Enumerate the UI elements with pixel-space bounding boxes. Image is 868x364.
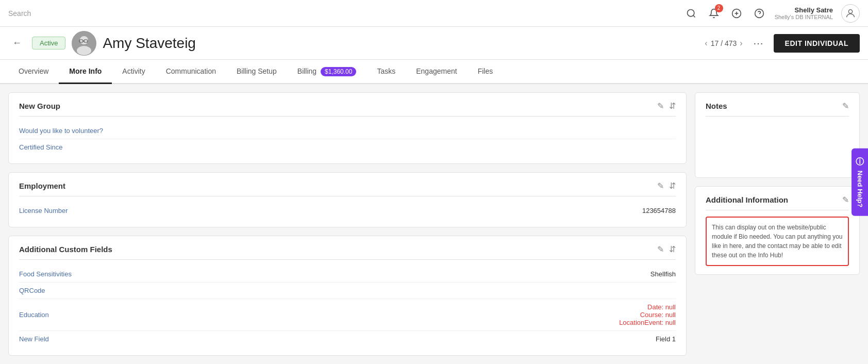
additional-custom-card: Additional Custom Fields ✎ ⇵ Food Sensit… <box>8 236 687 356</box>
employment-sort-icon[interactable]: ⇵ <box>669 181 676 191</box>
person-header: ← Active Amy Staveteig ‹ 17 / 473 › ⋯ ED… <box>0 27 868 60</box>
additional-custom-header: Additional Custom Fields ✎ ⇵ <box>19 244 676 260</box>
notes-header: Notes ✎ <box>706 101 849 117</box>
education-row: Education Date: null Course: null Locati… <box>19 299 676 331</box>
record-count: 17 / 473 <box>711 39 737 47</box>
notes-card: Notes ✎ <box>695 92 860 178</box>
help-circle-icon: ⓘ <box>856 157 864 168</box>
new-group-row-certified: Certified Since <box>19 139 676 155</box>
new-group-title: New Group <box>19 102 60 110</box>
search-bar[interactable]: Search <box>8 9 678 18</box>
user-info: Shelly Satre Shelly's DB INTERNAL <box>775 6 833 20</box>
record-navigation: ‹ 17 / 473 › <box>705 39 742 48</box>
more-options-button[interactable]: ⋯ <box>749 35 767 52</box>
person-avatar <box>72 31 96 56</box>
employment-license-row: License Number 123654788 <box>19 203 676 219</box>
right-column: Notes ✎ Additional Information ✎ This ca… <box>695 92 860 354</box>
tab-tasks[interactable]: Tasks <box>366 60 406 84</box>
svg-point-7 <box>848 9 852 13</box>
tab-more-info[interactable]: More Info <box>59 60 112 84</box>
additional-info-actions: ✎ <box>842 195 849 205</box>
notifications-icon[interactable]: 2 <box>707 6 721 21</box>
help-icon[interactable] <box>752 6 766 21</box>
notification-badge: 2 <box>715 4 723 12</box>
tab-files[interactable]: Files <box>468 60 504 84</box>
person-name: Amy Staveteig <box>103 35 698 52</box>
left-column: New Group ✎ ⇵ Would you like to voluntee… <box>8 92 687 354</box>
tab-engagement[interactable]: Engagement <box>406 60 467 84</box>
new-group-edit-icon[interactable]: ✎ <box>657 101 664 111</box>
new-group-card: New Group ✎ ⇵ Would you like to voluntee… <box>8 92 687 164</box>
employment-header: Employment ✎ ⇵ <box>19 181 676 196</box>
add-icon[interactable] <box>729 6 744 21</box>
billing-amount-badge: $1,360.00 <box>321 67 356 76</box>
notes-content <box>706 123 849 169</box>
additional-custom-title: Additional Custom Fields <box>19 245 112 254</box>
tab-activity[interactable]: Activity <box>112 60 155 84</box>
employment-edit-icon[interactable]: ✎ <box>657 181 664 191</box>
additional-custom-actions: ✎ ⇵ <box>657 244 676 254</box>
tab-billing-setup[interactable]: Billing Setup <box>226 60 287 84</box>
additional-info-title: Additional Information <box>706 195 788 204</box>
nav-icons: 2 Shelly Satre Shelly's DB INTERNAL <box>684 4 860 23</box>
prev-record-button[interactable]: ‹ <box>705 39 707 48</box>
new-group-actions: ✎ ⇵ <box>657 101 676 111</box>
user-name: Shelly Satre <box>795 6 833 14</box>
search-icon[interactable] <box>684 6 698 21</box>
main-content: New Group ✎ ⇵ Would you like to voluntee… <box>0 84 868 362</box>
user-subtitle: Shelly's DB INTERNAL <box>775 14 833 20</box>
food-sensitivities-row: Food Sensitivities Shellfish <box>19 266 676 283</box>
qrcode-row: QRCode <box>19 283 676 299</box>
edit-individual-button[interactable]: EDIT INDIVIDUAL <box>774 34 860 53</box>
additional-info-text: This can display out on the website/publ… <box>706 217 849 266</box>
additional-info-card: Additional Information ✎ This can displa… <box>695 186 860 275</box>
tab-billing[interactable]: Billing $1,360.00 <box>287 60 367 84</box>
new-group-row-volunteer: Would you like to volunteer? <box>19 123 676 139</box>
status-badge: Active <box>32 37 65 49</box>
employment-actions: ✎ ⇵ <box>657 181 676 191</box>
tab-overview[interactable]: Overview <box>8 60 59 84</box>
search-placeholder: Search <box>8 9 31 18</box>
tab-bar: Overview More Info Activity Communicatio… <box>0 60 868 84</box>
user-avatar[interactable] <box>841 4 860 23</box>
employment-title: Employment <box>19 181 65 190</box>
new-group-sort-icon[interactable]: ⇵ <box>669 101 676 111</box>
help-label: Need Help? <box>856 171 864 208</box>
notes-edit-icon[interactable]: ✎ <box>842 101 849 111</box>
svg-point-0 <box>687 9 694 16</box>
help-sidebar-button[interactable]: ⓘ Need Help? <box>852 148 868 216</box>
new-group-header: New Group ✎ ⇵ <box>19 101 676 117</box>
notes-title: Notes <box>706 102 727 110</box>
additional-info-edit-icon[interactable]: ✎ <box>842 195 849 205</box>
new-field-row: New Field Field 1 <box>19 331 676 347</box>
notes-actions: ✎ <box>842 101 849 111</box>
svg-line-1 <box>693 15 695 17</box>
additional-info-header: Additional Information ✎ <box>706 195 849 210</box>
employment-card: Employment ✎ ⇵ License Number 123654788 <box>8 172 687 227</box>
back-button[interactable]: ← <box>8 36 26 51</box>
svg-point-10 <box>77 46 91 55</box>
next-record-button[interactable]: › <box>740 39 742 48</box>
additional-custom-sort-icon[interactable]: ⇵ <box>669 244 676 254</box>
tab-communication[interactable]: Communication <box>156 60 226 84</box>
additional-custom-edit-icon[interactable]: ✎ <box>657 244 664 254</box>
top-navigation: Search 2 Shelly Satre Shelly's DB INTERN… <box>0 0 868 27</box>
